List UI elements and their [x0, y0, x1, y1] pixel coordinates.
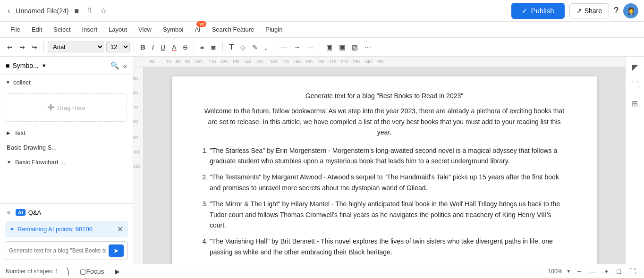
underline-button[interactable]: U [158, 42, 168, 52]
font-family-select[interactable]: Arial [48, 42, 104, 52]
more-tools-button[interactable]: ⋯ [362, 42, 373, 52]
menu-file[interactable]: File [6, 24, 25, 35]
close-points-button[interactable]: ✕ [117, 225, 123, 234]
shapes-count-label: Number of shapes: 1 [6, 268, 58, 275]
sidebar-collect-section: ▼ collect ✚ Drag Here [0, 75, 133, 126]
pen-tool-button[interactable]: ✎ [250, 42, 260, 52]
ai-panel-header: « AI Q&A [5, 208, 128, 217]
sidebar-icons: 🔍 « [110, 61, 127, 70]
dash-tool-button[interactable]: ― [305, 42, 316, 52]
sidebar-panel-icon: ■ [6, 62, 9, 69]
bold-button[interactable]: B [138, 42, 148, 52]
sidebar-item-text-arrow: ▶ [7, 130, 10, 135]
font-size-select[interactable]: 12 [106, 42, 130, 52]
menu-ai[interactable]: AI hot [190, 24, 205, 35]
menu-search-feature[interactable]: Search Feature [207, 24, 259, 35]
undo-button[interactable]: ↩ [5, 42, 15, 52]
right-grid-button[interactable]: ⊞ [629, 97, 640, 110]
ai-panel: « AI Q&A ✦ Remaining AI points: 98100 ✕ … [0, 203, 133, 264]
share-label: Share [585, 7, 602, 15]
points-icon: ✦ [9, 226, 15, 233]
table-tool-button[interactable]: ▧ [349, 42, 360, 52]
title-bar: ‹ Unnamed File(24) ■ ⇧ ☆ ✓ Publish ↗ Sha… [0, 0, 644, 22]
sidebar-collect-header[interactable]: ▼ collect [0, 75, 133, 90]
layers-button[interactable]: ⎞ [64, 266, 72, 277]
zoom-in-button[interactable]: + [602, 266, 610, 277]
canvas-text-area: Generate text for a blog "Best Books to … [200, 91, 568, 257]
focus-button[interactable]: ▢ Focus [77, 266, 106, 277]
collect-label: collect [13, 79, 31, 86]
drag-here-area[interactable]: ✚ Drag Here [6, 93, 127, 122]
separator-1 [43, 42, 44, 52]
sidebar-item-basic-drawing[interactable]: Basic Drawing S... [0, 140, 133, 155]
ai-send-button[interactable]: ➤ [109, 244, 124, 257]
help-button[interactable]: ? [614, 6, 619, 16]
list-item: "The Testaments" by Margaret Atwood - At… [210, 172, 568, 193]
separator-4 [222, 42, 223, 52]
redo-button[interactable]: ↪ [17, 42, 27, 52]
frame-tool-button[interactable]: ▣ [324, 42, 335, 52]
sidebar-search-button[interactable]: 🔍 [110, 61, 119, 70]
separator-6 [320, 42, 320, 52]
status-bar: Number of shapes: 1 ⎞ ▢ Focus ▶ 100% ▼ −… [0, 264, 644, 278]
sidebar-item-text[interactable]: ▶ Text [0, 126, 133, 140]
copy-tool-button[interactable]: ▣ [337, 42, 347, 52]
status-bar-right: 100% ▼ − — + □ ⛶ [548, 266, 638, 277]
ai-panel-title: Q&A [28, 209, 41, 216]
toolbar: ↩ ↪ ↪ Arial 12 B I U A S ≡ ≣ T ◇ ✎ ⌞ — →… [0, 38, 644, 57]
line-spacing-button[interactable]: ≣ [208, 42, 219, 52]
text-tool-button[interactable]: T [227, 41, 236, 53]
canvas-content[interactable]: Generate text for a blog "Best Books to … [144, 67, 625, 264]
export-icon-button[interactable]: ⇧ [85, 5, 94, 16]
ai-input[interactable] [9, 247, 106, 254]
status-bar-center: Number of shapes: 1 ⎞ ▢ Focus ▶ [6, 266, 122, 277]
zoom-separator: — [587, 266, 598, 277]
font-color-button[interactable]: A [169, 42, 178, 52]
menu-layout[interactable]: Layout [104, 24, 132, 35]
line-tool-button[interactable]: — [278, 42, 289, 52]
sidebar-item-basic-flowchart-label: Basic Flowchart ... [15, 159, 65, 166]
title-nav: ‹ [6, 6, 12, 16]
right-image-button[interactable]: ⛶ [629, 79, 641, 92]
ai-panel-collapse-button[interactable]: « [5, 208, 13, 217]
separator-3 [194, 42, 194, 52]
ai-panel-points: ✦ Remaining AI points: 98100 ✕ [5, 221, 128, 237]
horizontal-ruler: 50 70 80 90 100 110 120 130 140 150 160 … [133, 57, 625, 67]
italic-button[interactable]: I [150, 42, 156, 52]
vertical-ruler: 50 60 70 80 90 100 110 [133, 67, 144, 264]
hot-badge: hot [196, 21, 206, 27]
zoom-percent-label: 100% [548, 268, 563, 275]
menu-edit[interactable]: Edit [27, 24, 47, 35]
back-button[interactable]: ‹ [6, 6, 12, 16]
format-button[interactable]: ↪ [29, 42, 40, 52]
arrow-tool-button[interactable]: → [291, 42, 303, 52]
fit-page-button[interactable]: □ [615, 266, 623, 277]
sidebar-collapse-button[interactable]: « [123, 61, 127, 70]
menu-insert[interactable]: Insert [77, 24, 102, 35]
avatar[interactable]: 🤵 [623, 3, 638, 18]
sidebar-chevron-down-icon: ▼ [42, 63, 47, 68]
title-bar-left: ‹ Unnamed File(24) ■ ⇧ ☆ [6, 5, 109, 16]
play-button[interactable]: ▶ [112, 266, 122, 277]
sidebar-item-basic-flowchart[interactable]: ▼ Basic Flowchart ... [0, 155, 133, 169]
star-icon-button[interactable]: ☆ [98, 5, 109, 16]
strikethrough-button[interactable]: S [180, 42, 189, 52]
drag-here-label: Drag Here [57, 104, 85, 111]
publish-button[interactable]: ✓ Publish [511, 3, 564, 19]
fullscreen-button[interactable]: ⛶ [627, 266, 638, 277]
publish-icon: ✓ [522, 7, 528, 15]
save-icon-button[interactable]: ■ [72, 6, 81, 16]
connector-tool-button[interactable]: ⌞ [262, 42, 270, 52]
menu-view[interactable]: View [134, 24, 156, 35]
menu-plugin[interactable]: Plugin [261, 24, 287, 35]
align-button[interactable]: ≡ [198, 42, 206, 52]
sidebar-item-basic-drawing-label: Basic Drawing S... [7, 144, 57, 151]
list-item: "The Starless Sea" by Erin Morgenstern -… [210, 145, 568, 167]
focus-icon: ▢ [80, 268, 86, 275]
menu-symbol[interactable]: Symbol [158, 24, 188, 35]
menu-select[interactable]: Select [49, 24, 75, 35]
right-shape-button[interactable]: ◤ [630, 60, 640, 74]
share-button[interactable]: ↗ Share [569, 3, 609, 18]
shape-tool-button[interactable]: ◇ [238, 42, 248, 52]
zoom-out-button[interactable]: − [575, 266, 583, 277]
